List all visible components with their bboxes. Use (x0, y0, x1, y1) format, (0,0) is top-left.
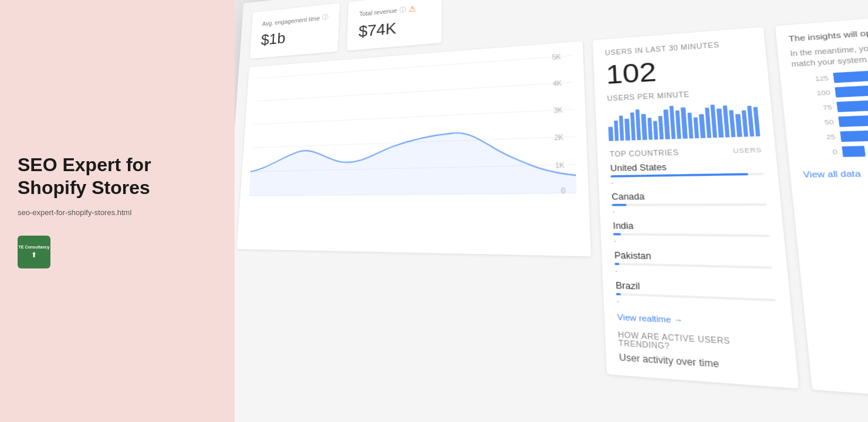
svg-text:1K: 1K (555, 162, 564, 169)
view-realtime-link[interactable]: View realtime → (617, 312, 779, 329)
line-chart-svg: 5K 4K 3K 2K 1K 0 25 04 Jun (249, 52, 577, 199)
h-bar-label: 75 (796, 104, 832, 113)
bar-item (717, 109, 723, 138)
bar-item (630, 113, 635, 140)
bar-item (676, 111, 682, 139)
country-row: India- (613, 221, 771, 247)
svg-text:3K: 3K (554, 107, 563, 114)
metric-label-engagement: Avg. engagement time ⓘ (262, 13, 328, 28)
svg-line-2 (253, 109, 574, 124)
country-dash: - (611, 176, 765, 186)
bar-item (608, 127, 613, 141)
h-bar-fill (842, 146, 866, 157)
dashboard-wrapper: Avg. engagement time ⓘ $1b Total revenue… (235, 0, 868, 422)
h-bar-label: 25 (799, 133, 836, 142)
bar-item (659, 116, 664, 139)
svg-text:4K: 4K (552, 80, 562, 87)
metric-value-revenue: $74K (358, 16, 429, 40)
country-name: Canada (612, 190, 767, 202)
bar-item (669, 106, 676, 139)
bar-item (693, 117, 699, 138)
h-bar-fill (835, 84, 868, 98)
svg-line-1 (255, 82, 573, 101)
h-bar-label: 50 (798, 118, 835, 127)
logo-text: TE Consultancy (19, 245, 50, 250)
country-bar-fill (616, 293, 621, 295)
bar-item (704, 108, 711, 138)
h-bar-label: 100 (794, 89, 830, 98)
metric-card-engagement: Avg. engagement time ⓘ $1b (250, 3, 340, 59)
right-info-title: The insights will open this site... (788, 16, 868, 43)
users-per-min-label: USERS PER MINUTE (607, 87, 757, 103)
country-name: United States (610, 160, 764, 173)
country-row: United States- (610, 160, 765, 186)
h-bar-fill (840, 130, 868, 142)
bar-item (699, 114, 705, 138)
bar-item (681, 107, 687, 138)
country-bar-fill (612, 204, 627, 206)
svg-text:5K: 5K (552, 53, 561, 61)
left-panel: SEO Expert for Shopify Stores seo-expert… (0, 0, 235, 422)
bar-item (754, 107, 761, 137)
country-name: India (613, 221, 769, 232)
view-all-data-link[interactable]: View all data (803, 165, 868, 179)
country-dash: - (615, 267, 774, 280)
country-bar-wrap (612, 203, 767, 206)
bar-item (653, 121, 658, 140)
country-row: Brazil- (616, 280, 777, 312)
country-row: Pakistan- (614, 250, 774, 279)
country-dash: - (613, 237, 771, 247)
svg-text:0: 0 (561, 187, 565, 195)
bar-item (687, 113, 694, 139)
bar-chart (608, 100, 761, 141)
h-bar-fill (839, 115, 868, 127)
bar-item (613, 121, 619, 141)
page-url: seo-expert-for-shopify-stores.html (18, 208, 217, 217)
h-bar-fill (837, 99, 868, 112)
bar-item (619, 115, 624, 141)
realtime-big-number: 102 (605, 50, 755, 90)
dashboard-bg: Avg. engagement time ⓘ $1b Total revenue… (235, 0, 868, 422)
country-bar-fill (615, 263, 619, 265)
bar-item (664, 110, 670, 139)
metric-label-revenue: Total revenue ⓘ ⚠ (359, 2, 429, 18)
h-bar-label: 125 (793, 74, 829, 84)
bar-item (625, 118, 630, 140)
dashboard-inner: 5K 4K 3K 2K 1K 0 25 04 Jun USERS IN LAST… (235, 5, 868, 413)
h-bar-label: 0 (801, 148, 838, 156)
countries-list: United States-Canada-India-Pakistan-Braz… (610, 160, 777, 311)
h-bar-fill (833, 68, 868, 83)
logo-icon: ⬆ (31, 251, 37, 259)
bar-item (635, 110, 641, 140)
bar-item (735, 114, 742, 137)
h-bar-chart: 1251007550250 (792, 61, 868, 158)
bar-item (647, 118, 652, 140)
page-title: SEO Expert for Shopify Stores (18, 154, 217, 199)
country-row: Canada- (612, 190, 768, 215)
svg-line-0 (256, 56, 572, 79)
svg-text:2K: 2K (554, 134, 564, 141)
country-bar-fill (613, 233, 621, 236)
warning-icon: ⚠ (408, 4, 416, 13)
line-chart-card: 5K 4K 3K 2K 1K 0 25 04 Jun (237, 41, 592, 256)
country-name: Pakistan (614, 250, 772, 264)
country-dash: - (612, 207, 768, 216)
bar-item (641, 114, 647, 140)
h-bar-row: 0 (801, 141, 868, 158)
top-countries-label: TOP COUNTRIES USERS (609, 147, 762, 158)
metric-value-engagement: $1b (260, 25, 328, 49)
realtime-card: USERS IN LAST 30 MINUTES 102 USERS PER M… (593, 27, 799, 389)
bar-item (741, 110, 748, 137)
right-panel: Avg. engagement time ⓘ $1b Total revenue… (235, 0, 868, 422)
metric-card-revenue: Total revenue ⓘ ⚠ $74K (347, 0, 442, 50)
logo-badge: TE Consultancy ⬆ (18, 236, 50, 268)
bar-item (729, 110, 736, 137)
